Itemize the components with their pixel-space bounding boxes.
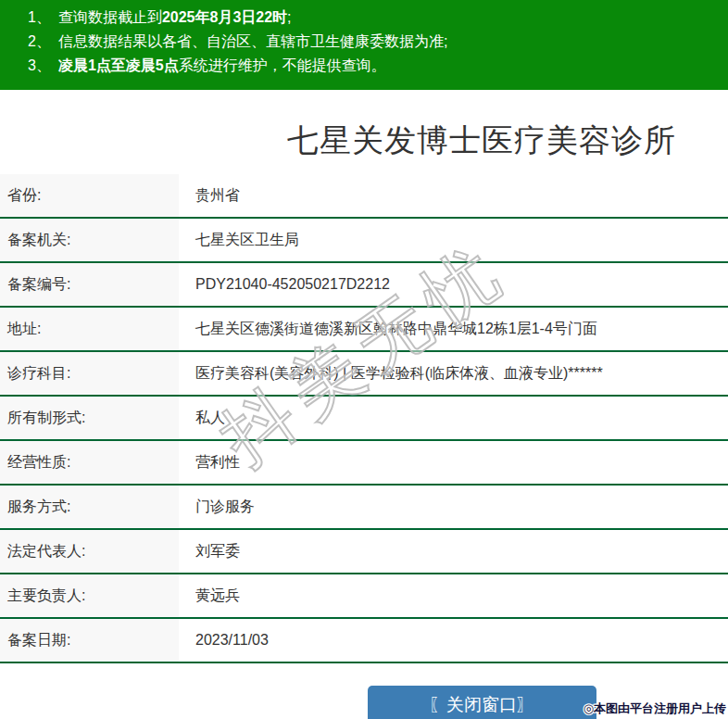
row-label: 省份:	[0, 174, 179, 217]
row-label: 诊疗科目:	[0, 352, 179, 395]
row-label: 服务方式:	[0, 486, 179, 528]
notice-number: 2、	[28, 33, 51, 49]
close-window-button[interactable]: 〖关闭窗口〗	[368, 686, 596, 719]
notice-text: 系统进行维护，不能提供查询。	[179, 57, 386, 73]
notice-number: 1、	[28, 9, 51, 25]
row-label: 备案机关:	[0, 219, 179, 261]
table-row: 主要负责人: 黄远兵	[0, 574, 728, 619]
row-label: 法定代表人:	[0, 530, 179, 573]
row-value: 七星关区德溪街道德溪新区翰林路中鼎华城12栋1层1-4号门面	[179, 308, 728, 350]
content-area: 1、查询数据截止到2025年8月3日22时; 2、信息数据结果以各省、自治区、直…	[0, 0, 728, 719]
row-value: 2023/11/03	[179, 619, 728, 662]
notice-text: ;	[287, 9, 291, 25]
table-row: 备案编号: PDY21040-452050217D2212	[0, 263, 728, 308]
table-row: 服务方式: 门诊服务	[0, 486, 728, 530]
row-label: 地址:	[0, 308, 179, 350]
row-value: 门诊服务	[179, 486, 728, 528]
table-row: 诊疗科目: 医疗美容科(美容外科) | 医学检验科(临床体液、血液专业)****…	[0, 352, 728, 397]
upload-credit: ◎本图由平台注册用户上传	[584, 700, 726, 717]
notice-text-bold: 凌晨1点至凌晨5点	[58, 57, 179, 73]
record-table: 省份: 贵州省 备案机关: 七星关区卫生局 备案编号: PDY21040-452…	[0, 174, 728, 663]
page-title: 七星关发博士医疗美容诊所	[287, 120, 676, 162]
notice-number: 3、	[28, 57, 51, 73]
notice-text: 信息数据结果以各省、自治区、直辖市卫生健康委数据为准;	[58, 33, 447, 49]
table-row: 省份: 贵州省	[0, 174, 728, 219]
row-value: 私人	[179, 397, 728, 439]
table-row: 经营性质: 营利性	[0, 441, 728, 486]
table-row: 地址: 七星关区德溪街道德溪新区翰林路中鼎华城12栋1层1-4号门面	[0, 308, 728, 352]
row-value: 营利性	[179, 441, 728, 484]
table-row: 备案机关: 七星关区卫生局	[0, 219, 728, 263]
row-value: 黄远兵	[179, 574, 728, 617]
row-value: 刘军委	[179, 530, 728, 573]
row-label: 经营性质:	[0, 441, 179, 484]
row-label: 备案日期:	[0, 619, 179, 662]
row-value: 贵州省	[179, 174, 728, 217]
title-container: 七星关发博士医疗美容诊所	[0, 90, 728, 174]
notice-text-bold: 2025年8月3日22时	[162, 9, 287, 25]
page: 1、查询数据截止到2025年8月3日22时; 2、信息数据结果以各省、自治区、直…	[0, 0, 728, 719]
notice-item-3: 3、凌晨1点至凌晨5点系统进行维护，不能提供查询。	[28, 54, 728, 78]
row-label: 备案编号:	[0, 263, 179, 306]
notice-item-1: 1、查询数据截止到2025年8月3日22时;	[28, 6, 728, 30]
table-row: 法定代表人: 刘军委	[0, 530, 728, 574]
row-value: 七星关区卫生局	[179, 219, 728, 261]
row-value: PDY21040-452050217D2212	[179, 263, 728, 306]
table-row: 备案日期: 2023/11/03	[0, 619, 728, 663]
notice-text: 查询数据截止到	[58, 9, 162, 25]
row-value: 医疗美容科(美容外科) | 医学检验科(临床体液、血液专业)******	[179, 352, 728, 395]
notice-banner: 1、查询数据截止到2025年8月3日22时; 2、信息数据结果以各省、自治区、直…	[0, 0, 728, 90]
notice-item-2: 2、信息数据结果以各省、自治区、直辖市卫生健康委数据为准;	[28, 30, 728, 54]
row-label: 所有制形式:	[0, 397, 179, 439]
row-label: 主要负责人:	[0, 574, 179, 617]
table-row: 所有制形式: 私人	[0, 397, 728, 441]
